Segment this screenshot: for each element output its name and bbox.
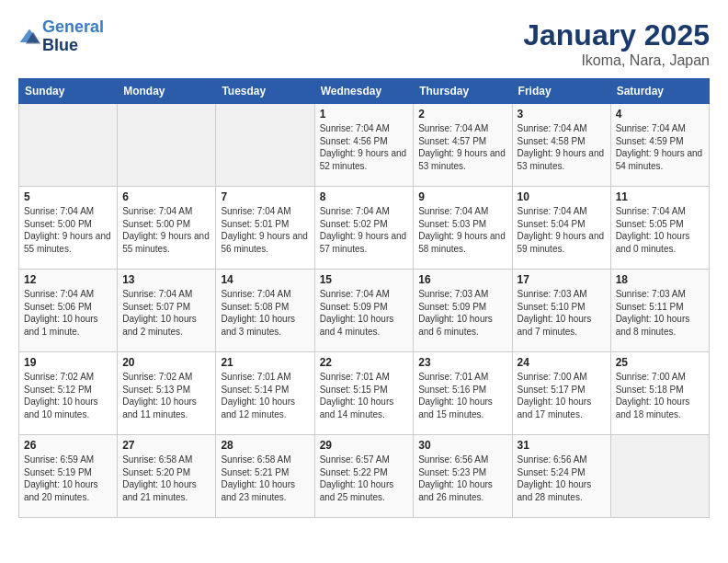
day-cell bbox=[118, 104, 216, 187]
day-info: Sunrise: 7:04 AMSunset: 5:01 PMDaylight:… bbox=[221, 205, 309, 255]
day-cell: 10Sunrise: 7:04 AMSunset: 5:04 PMDayligh… bbox=[512, 187, 610, 270]
day-number: 25 bbox=[616, 356, 704, 369]
weekday-header-row: SundayMondayTuesdayWednesdayThursdayFrid… bbox=[19, 79, 710, 104]
day-cell: 22Sunrise: 7:01 AMSunset: 5:15 PMDayligh… bbox=[314, 352, 414, 435]
day-cell: 13Sunrise: 7:04 AMSunset: 5:07 PMDayligh… bbox=[118, 270, 216, 352]
day-number: 21 bbox=[221, 356, 309, 369]
day-info: Sunrise: 7:04 AMSunset: 5:00 PMDaylight:… bbox=[122, 205, 210, 255]
title-block: January 2025 Ikoma, Nara, Japan bbox=[523, 18, 710, 69]
day-info: Sunrise: 7:03 AMSunset: 5:09 PMDaylight:… bbox=[418, 288, 506, 338]
day-cell: 14Sunrise: 7:04 AMSunset: 5:08 PMDayligh… bbox=[216, 270, 314, 352]
day-cell: 1Sunrise: 7:04 AMSunset: 4:56 PMDaylight… bbox=[314, 104, 414, 187]
week-row-3: 12Sunrise: 7:04 AMSunset: 5:06 PMDayligh… bbox=[19, 270, 710, 352]
day-info: Sunrise: 6:58 AMSunset: 5:21 PMDaylight:… bbox=[221, 454, 309, 503]
day-number: 20 bbox=[122, 356, 210, 369]
day-info: Sunrise: 7:04 AMSunset: 5:06 PMDaylight:… bbox=[24, 288, 112, 338]
day-cell: 25Sunrise: 7:00 AMSunset: 5:18 PMDayligh… bbox=[610, 352, 709, 435]
day-cell bbox=[610, 435, 709, 518]
day-number: 23 bbox=[418, 356, 506, 369]
day-number: 27 bbox=[122, 439, 210, 452]
calendar-body: 1Sunrise: 7:04 AMSunset: 4:56 PMDaylight… bbox=[19, 104, 710, 518]
day-number: 31 bbox=[518, 439, 606, 452]
day-number: 28 bbox=[221, 439, 309, 452]
day-info: Sunrise: 7:04 AMSunset: 5:09 PMDaylight:… bbox=[320, 288, 409, 338]
day-info: Sunrise: 7:04 AMSunset: 5:02 PMDaylight:… bbox=[320, 205, 409, 255]
day-cell: 9Sunrise: 7:04 AMSunset: 5:03 PMDaylight… bbox=[414, 187, 512, 270]
day-number: 29 bbox=[320, 439, 409, 452]
day-info: Sunrise: 7:00 AMSunset: 5:17 PMDaylight:… bbox=[518, 371, 606, 420]
day-info: Sunrise: 7:04 AMSunset: 4:56 PMDaylight:… bbox=[320, 122, 409, 172]
day-cell: 29Sunrise: 6:57 AMSunset: 5:22 PMDayligh… bbox=[314, 435, 414, 518]
day-number: 7 bbox=[221, 190, 309, 203]
page-header: GeneralBlue January 2025 Ikoma, Nara, Ja… bbox=[18, 18, 710, 69]
day-info: Sunrise: 6:56 AMSunset: 5:24 PMDaylight:… bbox=[518, 454, 606, 503]
day-number: 10 bbox=[518, 190, 606, 203]
day-number: 8 bbox=[320, 190, 409, 203]
day-info: Sunrise: 7:02 AMSunset: 5:12 PMDaylight:… bbox=[24, 371, 112, 420]
day-number: 11 bbox=[616, 190, 704, 203]
week-row-1: 1Sunrise: 7:04 AMSunset: 4:56 PMDaylight… bbox=[19, 104, 710, 187]
day-cell: 31Sunrise: 6:56 AMSunset: 5:24 PMDayligh… bbox=[512, 435, 610, 518]
day-info: Sunrise: 7:04 AMSunset: 5:07 PMDaylight:… bbox=[122, 288, 210, 338]
day-info: Sunrise: 7:04 AMSunset: 5:04 PMDaylight:… bbox=[518, 205, 606, 255]
day-info: Sunrise: 7:04 AMSunset: 5:05 PMDaylight:… bbox=[616, 205, 704, 255]
day-cell bbox=[216, 104, 314, 187]
day-info: Sunrise: 7:04 AMSunset: 4:58 PMDaylight:… bbox=[518, 122, 606, 172]
day-number: 18 bbox=[616, 273, 704, 286]
week-row-5: 26Sunrise: 6:59 AMSunset: 5:19 PMDayligh… bbox=[19, 435, 710, 518]
weekday-thursday: Thursday bbox=[414, 79, 512, 104]
day-cell: 4Sunrise: 7:04 AMSunset: 4:59 PMDaylight… bbox=[610, 104, 709, 187]
calendar-table: SundayMondayTuesdayWednesdayThursdayFrid… bbox=[18, 78, 710, 518]
day-cell: 27Sunrise: 6:58 AMSunset: 5:20 PMDayligh… bbox=[118, 435, 216, 518]
day-info: Sunrise: 7:04 AMSunset: 4:57 PMDaylight:… bbox=[418, 122, 506, 172]
logo: GeneralBlue bbox=[18, 18, 104, 55]
day-number: 1 bbox=[320, 108, 409, 121]
weekday-tuesday: Tuesday bbox=[216, 79, 314, 104]
day-number: 14 bbox=[221, 273, 309, 286]
day-number: 26 bbox=[24, 439, 112, 452]
day-info: Sunrise: 7:04 AMSunset: 5:00 PMDaylight:… bbox=[24, 205, 112, 255]
day-cell: 17Sunrise: 7:03 AMSunset: 5:10 PMDayligh… bbox=[512, 270, 610, 352]
weekday-sunday: Sunday bbox=[19, 79, 118, 104]
day-info: Sunrise: 7:04 AMSunset: 4:59 PMDaylight:… bbox=[616, 122, 704, 172]
day-info: Sunrise: 6:56 AMSunset: 5:23 PMDaylight:… bbox=[418, 454, 506, 503]
weekday-monday: Monday bbox=[118, 79, 216, 104]
day-cell: 26Sunrise: 6:59 AMSunset: 5:19 PMDayligh… bbox=[19, 435, 118, 518]
day-number: 15 bbox=[320, 273, 409, 286]
day-info: Sunrise: 6:57 AMSunset: 5:22 PMDaylight:… bbox=[320, 454, 409, 503]
day-cell: 21Sunrise: 7:01 AMSunset: 5:14 PMDayligh… bbox=[216, 352, 314, 435]
day-info: Sunrise: 6:58 AMSunset: 5:20 PMDaylight:… bbox=[122, 454, 210, 503]
day-cell: 19Sunrise: 7:02 AMSunset: 5:12 PMDayligh… bbox=[19, 352, 118, 435]
day-number: 19 bbox=[24, 356, 112, 369]
day-number: 22 bbox=[320, 356, 409, 369]
day-number: 2 bbox=[418, 108, 506, 121]
day-cell: 7Sunrise: 7:04 AMSunset: 5:01 PMDaylight… bbox=[216, 187, 314, 270]
day-cell: 23Sunrise: 7:01 AMSunset: 5:16 PMDayligh… bbox=[414, 352, 512, 435]
day-info: Sunrise: 7:00 AMSunset: 5:18 PMDaylight:… bbox=[616, 371, 704, 420]
day-number: 30 bbox=[418, 439, 506, 452]
weekday-wednesday: Wednesday bbox=[314, 79, 414, 104]
day-cell: 30Sunrise: 6:56 AMSunset: 5:23 PMDayligh… bbox=[414, 435, 512, 518]
day-number: 5 bbox=[24, 190, 112, 203]
day-cell: 6Sunrise: 7:04 AMSunset: 5:00 PMDaylight… bbox=[118, 187, 216, 270]
weekday-friday: Friday bbox=[512, 79, 610, 104]
logo-text: GeneralBlue bbox=[42, 18, 104, 55]
day-info: Sunrise: 7:01 AMSunset: 5:15 PMDaylight:… bbox=[320, 371, 409, 420]
day-info: Sunrise: 7:01 AMSunset: 5:16 PMDaylight:… bbox=[418, 371, 506, 420]
location-title: Ikoma, Nara, Japan bbox=[523, 52, 710, 69]
day-number: 17 bbox=[518, 273, 606, 286]
day-cell: 11Sunrise: 7:04 AMSunset: 5:05 PMDayligh… bbox=[610, 187, 709, 270]
weekday-saturday: Saturday bbox=[610, 79, 709, 104]
day-cell: 8Sunrise: 7:04 AMSunset: 5:02 PMDaylight… bbox=[314, 187, 414, 270]
month-title: January 2025 bbox=[523, 18, 710, 52]
day-cell: 20Sunrise: 7:02 AMSunset: 5:13 PMDayligh… bbox=[118, 352, 216, 435]
day-info: Sunrise: 7:04 AMSunset: 5:08 PMDaylight:… bbox=[221, 288, 309, 338]
day-info: Sunrise: 7:01 AMSunset: 5:14 PMDaylight:… bbox=[221, 371, 309, 420]
day-number: 24 bbox=[518, 356, 606, 369]
week-row-4: 19Sunrise: 7:02 AMSunset: 5:12 PMDayligh… bbox=[19, 352, 710, 435]
day-cell: 2Sunrise: 7:04 AMSunset: 4:57 PMDaylight… bbox=[414, 104, 512, 187]
day-info: Sunrise: 7:02 AMSunset: 5:13 PMDaylight:… bbox=[122, 371, 210, 420]
day-cell: 12Sunrise: 7:04 AMSunset: 5:06 PMDayligh… bbox=[19, 270, 118, 352]
day-cell: 5Sunrise: 7:04 AMSunset: 5:00 PMDaylight… bbox=[19, 187, 118, 270]
day-cell: 24Sunrise: 7:00 AMSunset: 5:17 PMDayligh… bbox=[512, 352, 610, 435]
